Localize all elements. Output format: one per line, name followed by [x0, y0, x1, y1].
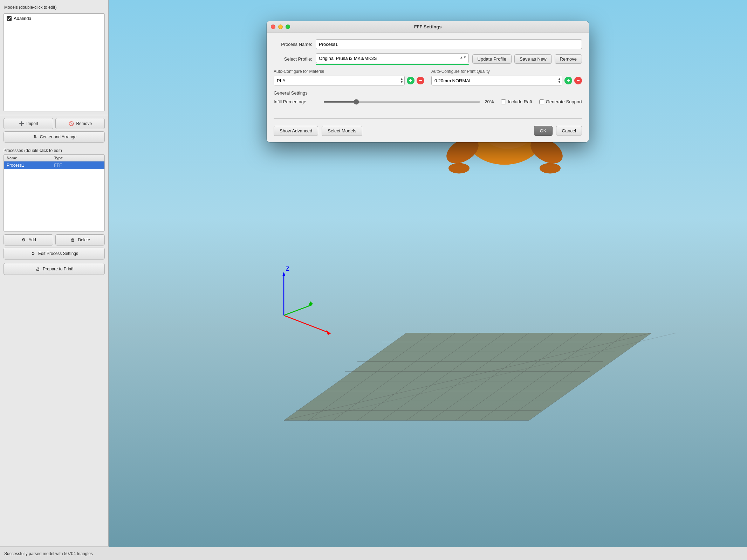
profile-underline [316, 64, 469, 65]
minimize-button[interactable] [278, 25, 283, 29]
save-as-new-button[interactable]: Save as New [514, 54, 552, 64]
select-models-button[interactable]: Select Models [322, 126, 362, 136]
process-action-buttons: ⚙ Add 🗑 Delete ⚙ Edit Process Settings 🖨… [0, 231, 108, 278]
models-list: Adalinda [4, 13, 105, 111]
dialog-titlebar: FFF Settings [267, 21, 589, 33]
import-remove-buttons: ➕ Import 🚫 Remove ⇅ Center and Arrange [0, 115, 108, 145]
models-section-title: Models (double-click to edit) [4, 4, 105, 11]
update-profile-button[interactable]: Update Profile [472, 54, 512, 64]
prepare-icon: 🖨 [35, 266, 41, 272]
profile-select[interactable]: Original Prusa i3 MK3/MK3S [316, 53, 469, 63]
center-arrange-button[interactable]: ⇅ Center and Arrange [4, 131, 105, 143]
dialog-content: Process Name: Select Profile: Original P… [267, 33, 589, 116]
dialog-divider [274, 118, 582, 119]
process-row[interactable]: Process1 FFF [4, 161, 104, 169]
autoconfig-quality-wrapper: 0.20mm NORMAL 0.30mm DRAFT 0.15mm QUALIT… [431, 76, 562, 85]
add-process-label: Add [29, 237, 36, 242]
remove-model-button[interactable]: 🚫 Remove [55, 118, 105, 129]
process-name-cell: Process1 [7, 163, 54, 168]
infill-value: 20% [485, 99, 497, 104]
remove-material-button[interactable]: − [417, 77, 424, 84]
processes-table: Name Type Process1 FFF [4, 154, 105, 231]
ok-button[interactable]: OK [534, 126, 553, 136]
select-profile-label: Select Profile: [274, 56, 312, 62]
models-section: Models (double-click to edit) Adalinda [0, 0, 108, 115]
processes-table-header: Name Type [4, 155, 104, 161]
autoconfig-material-select[interactable]: PLA PETG ASA ABS [274, 76, 405, 85]
add-process-icon: ⚙ [21, 237, 27, 243]
sidebar: Models (double-click to edit) Adalinda ➕… [0, 0, 109, 546]
fff-settings-dialog: FFF Settings Process Name: Select Profil… [267, 21, 589, 142]
show-advanced-button[interactable]: Show Advanced [274, 126, 318, 136]
center-arrange-label: Center and Arrange [40, 134, 77, 139]
titlebar-buttons [271, 25, 290, 29]
model-name: Adalinda [14, 16, 32, 21]
processes-section: Processes (double-click to edit) Name Ty… [0, 145, 108, 546]
import-label: Import [26, 121, 38, 126]
col-header-type: Type [54, 156, 102, 160]
delete-process-button[interactable]: 🗑 Delete [55, 234, 105, 246]
remove-profile-button[interactable]: Remove [555, 54, 582, 64]
import-button[interactable]: ➕ Import [4, 118, 53, 129]
profile-buttons: Update Profile Save as New Remove [472, 54, 582, 64]
btn-row-1: ➕ Import 🚫 Remove [4, 118, 105, 129]
delete-process-label: Delete [78, 237, 90, 242]
prepare-label: Prepare to Print! [43, 267, 73, 271]
edit-process-icon: ⚙ [30, 250, 36, 257]
autoconfig-material-col: Auto-Configure for Material PLA PETG ASA… [274, 69, 424, 85]
raft-support-checkboxes: Include Raft Generate Support [501, 99, 582, 104]
cancel-button[interactable]: Cancel [556, 126, 582, 136]
select-profile-row: Select Profile: Original Prusa i3 MK3/MK… [274, 53, 582, 65]
autoconfig-quality-label: Auto-Configure for Print Quality [431, 69, 582, 74]
include-raft-text: Include Raft [508, 99, 532, 104]
model-checkbox[interactable] [7, 16, 12, 21]
infill-slider[interactable] [323, 101, 480, 103]
process-type-cell: FFF [54, 163, 102, 168]
dialog-title: FFF Settings [414, 24, 442, 29]
edit-process-settings-button[interactable]: ⚙ Edit Process Settings [4, 248, 105, 260]
generate-support-text: Generate Support [546, 99, 582, 104]
dialog-footer: Show Advanced Select Models OK Cancel [267, 122, 589, 142]
status-text: Successfully parsed model with 50704 tri… [4, 551, 93, 556]
autoconfig-quality-select[interactable]: 0.20mm NORMAL 0.30mm DRAFT 0.15mm QUALIT… [431, 76, 562, 85]
prepare-to-print-button[interactable]: 🖨 Prepare to Print! [4, 263, 105, 275]
status-bar: Successfully parsed model with 50704 tri… [0, 547, 747, 560]
maximize-button[interactable] [286, 25, 290, 29]
add-process-button[interactable]: ⚙ Add [4, 234, 53, 246]
profile-select-wrapper: Original Prusa i3 MK3/MK3S ▲▼ [316, 53, 469, 65]
center-arrange-icon: ⇅ [32, 134, 38, 140]
delete-process-icon: 🗑 [70, 237, 76, 243]
modal-overlay: FFF Settings Process Name: Select Profil… [109, 0, 747, 547]
autoconfig-material-select-row: PLA PETG ASA ABS ▲▼ + − [274, 76, 424, 85]
autoconfig-quality-col: Auto-Configure for Print Quality 0.20mm … [431, 69, 582, 85]
process-name-input[interactable] [316, 39, 582, 49]
generate-support-checkbox[interactable] [539, 99, 544, 104]
add-material-button[interactable]: + [407, 77, 414, 84]
include-raft-label[interactable]: Include Raft [501, 99, 532, 104]
footer-left-buttons: Show Advanced Select Models [274, 126, 362, 136]
add-delete-row: ⚙ Add 🗑 Delete [4, 234, 105, 246]
remove-model-icon: 🚫 [68, 120, 74, 127]
autoconfig-quality-select-row: 0.20mm NORMAL 0.30mm DRAFT 0.15mm QUALIT… [431, 76, 582, 85]
close-button[interactable] [271, 25, 275, 29]
processes-section-title: Processes (double-click to edit) [0, 145, 108, 154]
process-name-row: Process Name: [274, 39, 582, 49]
col-header-name: Name [7, 156, 54, 160]
add-quality-button[interactable]: + [564, 77, 572, 84]
include-raft-checkbox[interactable] [501, 99, 506, 104]
generate-support-label[interactable]: Generate Support [539, 99, 582, 104]
autoconfig-row: Auto-Configure for Material PLA PETG ASA… [274, 69, 582, 85]
remove-quality-button[interactable]: − [574, 77, 582, 84]
infill-label: Infill Percentage: [274, 99, 319, 104]
edit-process-label: Edit Process Settings [38, 251, 78, 256]
infill-row: Infill Percentage: 20% Include Raft Gene… [274, 99, 582, 104]
process-name-label: Process Name: [274, 42, 312, 47]
import-icon: ➕ [18, 120, 25, 127]
model-item[interactable]: Adalinda [4, 14, 104, 23]
remove-model-label: Remove [76, 121, 92, 126]
autoconfig-material-wrapper: PLA PETG ASA ABS ▲▼ [274, 76, 405, 85]
autoconfig-material-label: Auto-Configure for Material [274, 69, 424, 74]
general-settings-label: General Settings [274, 90, 582, 96]
footer-right-buttons: OK Cancel [534, 126, 582, 136]
